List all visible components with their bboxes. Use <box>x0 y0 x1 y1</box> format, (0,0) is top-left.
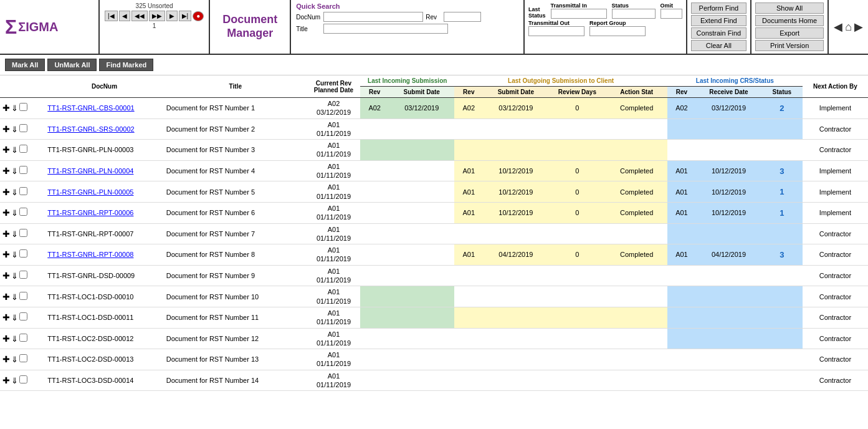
show-all-button[interactable]: Show All <box>755 2 824 14</box>
cell-crs-status <box>761 307 803 328</box>
perform-find-button[interactable]: Perform Find <box>691 2 747 14</box>
row-checkbox[interactable] <box>19 166 27 174</box>
transmittal-out-label: Transmittal Out <box>528 20 584 26</box>
docnum-link[interactable]: TT1-RST-GNRL-PLN-00004 <box>47 167 133 175</box>
download-icon[interactable]: ⇓ <box>11 188 18 197</box>
download-icon[interactable]: ⇓ <box>11 376 18 385</box>
constrain-find-button[interactable]: Constrain Find <box>691 27 747 39</box>
nav-label: 325 Unsorted <box>136 2 173 9</box>
transmittal-out-input[interactable] <box>528 26 584 36</box>
download-icon[interactable]: ⇓ <box>11 292 18 302</box>
report-group-input[interactable] <box>589 26 646 36</box>
add-icon[interactable]: ✚ <box>2 334 10 344</box>
add-icon[interactable]: ✚ <box>2 124 10 134</box>
cell-crs-rev: A01 <box>667 160 696 181</box>
mark-all-button[interactable]: Mark All <box>5 59 45 71</box>
status-input[interactable] <box>612 9 656 19</box>
header: Σ ΣIGMA 325 Unsorted |◀ ◀ ◀◀ ▶▶ ▶ ▶| ● 1… <box>0 0 868 55</box>
docnum-link[interactable]: TT1-RST-GNRL-RPT-00006 <box>47 209 133 216</box>
add-icon[interactable]: ✚ <box>2 249 10 259</box>
cell-out-action <box>606 265 667 286</box>
download-icon[interactable]: ⇓ <box>11 271 18 281</box>
row-checkbox[interactable] <box>19 208 27 216</box>
cell-crs-rev: A01 <box>667 244 696 266</box>
nav-new-button[interactable]: ● <box>193 11 204 21</box>
download-icon[interactable]: ⇓ <box>11 166 18 176</box>
download-icon[interactable]: ⇓ <box>11 229 18 239</box>
find-marked-button[interactable]: Find Marked <box>99 59 153 71</box>
row-checkbox[interactable] <box>19 103 27 111</box>
row-checkbox[interactable] <box>19 375 27 383</box>
nav-last-button[interactable]: ▶| <box>179 11 192 21</box>
cell-rev-planned: A0101/11/2019 <box>307 202 360 223</box>
add-icon[interactable]: ✚ <box>2 103 10 113</box>
cell-crs-status <box>761 118 803 140</box>
download-icon[interactable]: ⇓ <box>11 313 18 322</box>
cell-title: Document for RST Number 4 <box>164 160 307 181</box>
download-icon[interactable]: ⇓ <box>11 355 18 364</box>
omit-input[interactable] <box>661 9 682 19</box>
clear-all-button[interactable]: Clear All <box>691 40 747 51</box>
row-checkbox[interactable] <box>19 271 27 279</box>
export-button[interactable]: Export <box>755 27 824 39</box>
cell-crs-receive <box>696 118 761 140</box>
cell-docnum: TT1-RST-GNRL-PLN-00003 <box>45 140 164 161</box>
nav-left-arrow[interactable]: ◀ <box>834 20 842 34</box>
docnum-link[interactable]: TT1-RST-GNRL-CBS-00001 <box>47 104 134 112</box>
docnum-link[interactable]: TT1-RST-GNRL-PLN-00005 <box>47 188 133 196</box>
download-icon[interactable]: ⇓ <box>11 208 18 218</box>
add-icon[interactable]: ✚ <box>2 354 10 364</box>
logo-area: Σ ΣIGMA <box>0 0 100 54</box>
unmark-all-button[interactable]: UnMark All <box>47 59 97 71</box>
nav-prevfast-button[interactable]: ◀◀ <box>131 11 148 21</box>
row-checkbox[interactable] <box>19 334 27 342</box>
print-version-button[interactable]: Print Version <box>755 40 824 51</box>
extend-find-button[interactable]: Extend Find <box>691 15 747 26</box>
add-icon[interactable]: ✚ <box>2 145 10 155</box>
add-icon[interactable]: ✚ <box>2 208 10 218</box>
row-checkbox[interactable] <box>19 124 27 132</box>
documents-home-button[interactable]: Documents Home <box>755 15 824 26</box>
cell-next-action: Contractor <box>803 244 868 266</box>
nav-next-button[interactable]: ▶ <box>166 11 178 21</box>
add-icon[interactable]: ✚ <box>2 375 10 385</box>
qs-title-input[interactable] <box>323 24 448 34</box>
add-icon[interactable]: ✚ <box>2 271 10 281</box>
row-checkbox[interactable] <box>19 312 27 321</box>
cell-out-submit: 04/12/2019 <box>483 244 548 266</box>
cell-out-rev: A01 <box>454 244 483 266</box>
row-checkbox[interactable] <box>19 187 27 195</box>
add-icon[interactable]: ✚ <box>2 292 10 302</box>
row-checkbox[interactable] <box>19 354 27 362</box>
cell-title: Document for RST Number 10 <box>164 286 307 307</box>
docnum-link[interactable]: TT1-RST-GNRL-SRS-00002 <box>47 125 134 133</box>
transmittal-in-input[interactable] <box>551 9 607 19</box>
cell-crs-status <box>761 370 803 391</box>
row-checkbox[interactable] <box>19 229 27 237</box>
add-icon[interactable]: ✚ <box>2 187 10 197</box>
docnum-link[interactable]: TT1-RST-GNRL-RPT-00008 <box>47 251 133 258</box>
nav-right-arrow[interactable]: ▶ <box>854 20 863 34</box>
download-icon[interactable]: ⇓ <box>11 104 18 113</box>
qs-docnum-input[interactable] <box>323 12 423 22</box>
add-icon[interactable]: ✚ <box>2 166 10 176</box>
row-checkbox[interactable] <box>19 292 27 300</box>
nav-nextfast-button[interactable]: ▶▶ <box>149 11 165 21</box>
qs-rev-input[interactable] <box>444 12 481 22</box>
download-icon[interactable]: ⇓ <box>11 334 18 344</box>
row-checkbox[interactable] <box>19 249 27 258</box>
cell-actions: ✚⇓ <box>0 160 45 181</box>
download-icon[interactable]: ⇓ <box>11 145 18 155</box>
nav-prev-button[interactable]: ◀ <box>119 11 130 21</box>
download-icon[interactable]: ⇓ <box>11 250 18 259</box>
add-icon[interactable]: ✚ <box>2 229 10 239</box>
nav-first-button[interactable]: |◀ <box>105 11 118 21</box>
cell-actions: ✚⇓ <box>0 328 45 349</box>
right-buttons: Show All Documents Home Export Print Ver… <box>751 0 829 54</box>
nav-home-button[interactable]: ⌂ <box>845 21 852 34</box>
cell-next-action: Contractor <box>803 328 868 349</box>
row-checkbox[interactable] <box>19 145 27 153</box>
add-icon[interactable]: ✚ <box>2 312 10 322</box>
download-icon[interactable]: ⇓ <box>11 125 18 134</box>
cell-crs-rev <box>667 328 696 349</box>
